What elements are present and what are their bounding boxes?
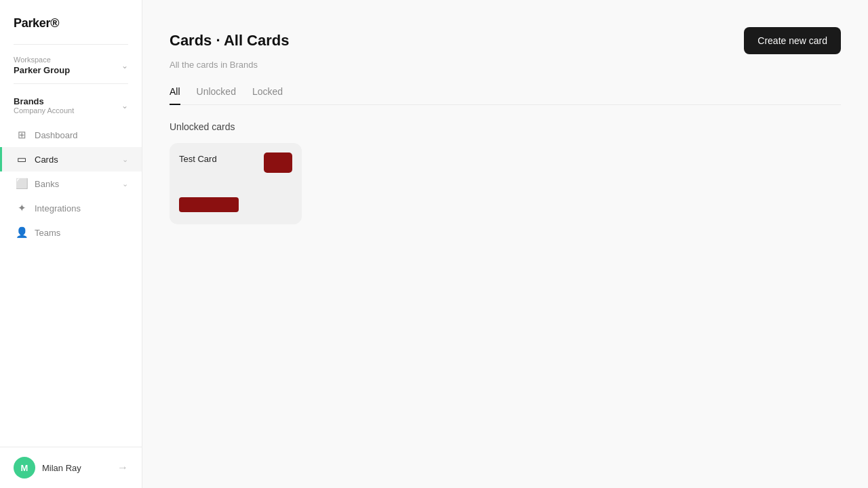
dashboard-icon: ⊞: [16, 129, 28, 141]
card-chip-icon: [264, 152, 292, 173]
page-title: Cards · All Cards: [170, 32, 289, 49]
sidebar-item-label: Teams: [35, 228, 128, 238]
workspace-name: Parker Group: [14, 65, 70, 75]
sidebar: Parker® Workspace Parker Group ⌄ Brands …: [0, 0, 142, 488]
app-logo: Parker®: [0, 0, 142, 44]
sidebar-item-banks[interactable]: ⬜ Banks ⌄: [0, 171, 142, 196]
sidebar-item-label: Banks: [35, 179, 115, 189]
card-item[interactable]: Test Card: [170, 143, 302, 224]
chevron-down-icon: ⌄: [121, 61, 128, 70]
sidebar-item-label: Dashboard: [35, 130, 128, 140]
create-new-card-button[interactable]: Create new card: [744, 27, 841, 54]
sidebar-item-label: Cards: [35, 155, 115, 165]
sidebar-item-teams[interactable]: 👤 Teams: [0, 220, 142, 245]
sidebar-footer: M Milan Ray →: [0, 447, 142, 488]
brand-chevron-down-icon: ⌄: [121, 101, 128, 110]
card-name: Test Card: [179, 154, 217, 164]
tab-all[interactable]: All: [170, 86, 180, 105]
integrations-icon: ✦: [16, 202, 28, 214]
unlocked-cards-section-title: Unlocked cards: [170, 121, 841, 132]
avatar: M: [14, 457, 35, 479]
workspace-selector[interactable]: Workspace Parker Group ⌄: [0, 45, 142, 83]
tab-locked[interactable]: Locked: [252, 86, 283, 105]
logout-icon[interactable]: →: [117, 462, 128, 474]
workspace-label: Workspace: [14, 56, 70, 64]
card-number-strip: [179, 197, 239, 212]
sidebar-item-dashboard[interactable]: ⊞ Dashboard: [0, 123, 142, 147]
page-header: Cards · All Cards Create new card: [170, 0, 841, 60]
banks-icon: ⬜: [16, 178, 28, 190]
cards-icon: ▭: [16, 153, 28, 165]
brand-name: Brands: [14, 96, 74, 106]
sidebar-item-label: Integrations: [35, 203, 128, 214]
brand-selector[interactable]: Brands Company Account ⌄: [0, 89, 142, 120]
teams-icon: 👤: [16, 226, 28, 239]
tab-unlocked[interactable]: Unlocked: [197, 86, 236, 105]
cards-grid: Test Card: [170, 143, 841, 224]
brand-sub: Company Account: [14, 106, 74, 115]
page-subtitle: All the cards in Brands: [170, 60, 841, 70]
card-tabs: All Unlocked Locked: [170, 86, 841, 105]
user-name: Milan Ray: [42, 463, 111, 473]
sidebar-divider-2: [14, 83, 128, 84]
cards-chevron-icon: ⌄: [122, 155, 128, 164]
sidebar-navigation: ⊞ Dashboard ▭ Cards ⌄ ⬜ Banks ⌄ ✦ Integr…: [0, 120, 142, 447]
banks-chevron-icon: ⌄: [122, 180, 128, 188]
sidebar-item-integrations[interactable]: ✦ Integrations: [0, 196, 142, 220]
sidebar-item-cards[interactable]: ▭ Cards ⌄: [0, 147, 142, 171]
main-content: Cards · All Cards Create new card All th…: [142, 0, 868, 488]
